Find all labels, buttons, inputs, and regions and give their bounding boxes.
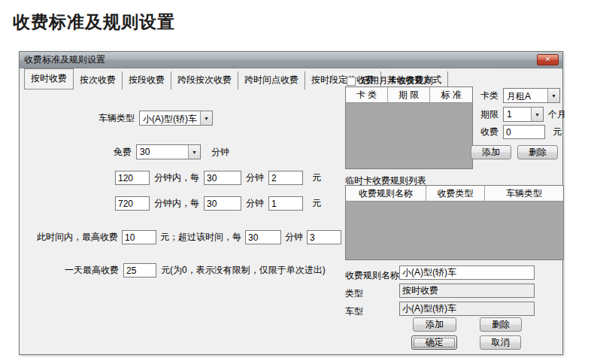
card-type-label: 卡类 [480,89,499,102]
card-type-select[interactable]: 月租A ▼ [503,88,560,103]
monthly-fee-row: 收费 元 [480,125,562,139]
rule-type-field [399,284,535,298]
monthly-fee-unit-label: 元 [553,126,562,138]
temp-rules-table-body[interactable] [346,202,563,259]
card-type-row: 卡类 月租A ▼ [480,88,560,103]
temp-col-rule-name: 收费规则名称 [346,186,426,202]
chevron-down-icon[interactable]: ▼ [531,108,543,121]
period-unit-label: 个月 [548,108,566,121]
cap-middle-label: 元；超过该时间，每 [160,231,241,244]
monthly-fee-label: 收费 [480,126,499,138]
monthly-col-period: 期 限 [388,87,430,103]
enable-monthly-rules-row: 启用月卡收费规则 [347,74,433,87]
daily-max-row: 一天最高收费 元(为0，表示没有限制，仅限于单次进出) [65,263,326,278]
cancel-button[interactable]: 取消 [480,335,521,350]
daily-max-label: 一天最高收费 [65,264,119,277]
rule-name-label: 收费规则名称 [345,269,399,282]
free-minutes-row: 免费 30 ▼ 分钟 [114,144,229,159]
tier1-fee-input[interactable] [268,171,303,185]
period-row: 期限 1 ▼ 个月 [480,107,566,122]
period-label: 期限 [480,108,499,121]
vehicle-type-label: 车辆类型 [98,112,135,125]
cap-max-fee-input[interactable] [122,230,156,244]
monthly-add-button[interactable]: 添加 [471,145,511,159]
temp-col-fee-type: 收费类型 [426,186,485,202]
chevron-down-icon[interactable]: ▼ [547,89,559,102]
monthly-card-table[interactable]: 卡 类 期 限 标 准 [345,86,473,169]
tab-hourly-fee[interactable]: 按时收费 [24,68,74,89]
cap-per-input[interactable] [245,230,281,244]
tier1-row: 分钟内，每 分钟 元 [115,171,321,185]
cap-prefix-label: 此时间内，最高收费 [37,231,118,244]
close-icon[interactable]: ✕ [537,54,559,65]
daily-max-input[interactable] [123,263,156,278]
enable-monthly-label: 启用月卡收费规则 [361,74,433,87]
rule-vehicle-field [399,302,535,316]
enable-monthly-checkbox[interactable] [347,77,356,86]
temp-rules-table-header: 收费规则名称 收费类型 车辆类型 [346,186,563,202]
tier2-row: 分钟内，每 分钟 元 [115,196,321,211]
monthly-col-standard: 标 准 [430,87,472,103]
ok-button[interactable]: 确定 [411,335,457,350]
dialog-titlebar[interactable]: 收费标准及规则设置 ✕ [20,52,562,68]
dialog-body: 按时收费 按次收费 按段收费 跨段按次收费 跨时间点收费 按时段定价收费 其他收… [20,68,562,355]
vehicle-type-select[interactable]: 小(A)型(轿)车 ▼ [139,111,213,126]
temp-delete-button[interactable]: 删除 [480,317,522,332]
daily-max-suffix-label: 元(为0，表示没有限制，仅限于单次进出) [161,264,326,277]
rule-name-input[interactable] [399,265,535,280]
monthly-card-table-body[interactable] [346,103,472,168]
tab-cross-timepoint-fee[interactable]: 跨时间点收费 [238,71,305,89]
tier1-within-label: 分钟内，每 [154,171,199,184]
temp-rules-table[interactable]: 收费规则名称 收费类型 车辆类型 [345,185,564,260]
rule-type-label: 类型 [345,287,363,300]
monthly-delete-button[interactable]: 删除 [517,145,558,159]
chevron-down-icon[interactable]: ▼ [188,145,200,159]
tier1-per-unit-label: 分钟 [246,171,264,184]
temp-col-vehicle-type: 车辆类型 [485,186,563,202]
monthly-col-card-type: 卡 类 [346,87,388,103]
free-unit-label: 分钟 [211,146,229,159]
tier2-within-label: 分钟内，每 [154,197,199,210]
monthly-card-table-header: 卡 类 期 限 标 准 [346,87,472,103]
cap-fee-input[interactable] [307,230,341,244]
cap-per-unit-label: 分钟 [285,231,303,244]
free-label: 免费 [114,146,132,159]
tab-segment-fee[interactable]: 按段收费 [123,71,171,89]
tier1-limit-input[interactable] [115,171,150,185]
tab-per-visit-fee[interactable]: 按次收费 [74,71,123,89]
chevron-down-icon[interactable]: ▼ [200,111,212,125]
rule-vehicle-label: 车型 [345,305,363,318]
tier2-fee-unit-label: 元 [312,197,321,210]
monthly-fee-input[interactable] [503,125,545,139]
tier1-per-input[interactable] [204,171,241,185]
period-select[interactable]: 1 ▼ [503,107,544,122]
tier2-per-unit-label: 分钟 [246,197,264,210]
tier1-fee-unit-label: 元 [312,171,321,184]
tab-cross-segment-fee[interactable]: 跨段按次收费 [171,71,238,89]
dialog-title: 收费标准及规则设置 [24,53,105,66]
page-title: 收费标准及规则设置 [13,11,175,34]
free-minutes-select[interactable]: 30 ▼ [136,144,201,159]
period-cap-row: 此时间内，最高收费 元；超过该时间，每 分钟 元 [37,230,358,244]
tier2-per-input[interactable] [204,196,241,211]
tier2-limit-input[interactable] [115,196,150,211]
vehicle-type-row: 车辆类型 小(A)型(轿)车 ▼ [98,111,213,126]
fee-settings-dialog: 收费标准及规则设置 ✕ 按时收费 按次收费 按段收费 跨段按次收费 跨时间点收费… [19,51,563,355]
tier2-fee-input[interactable] [268,196,303,211]
temp-add-button[interactable]: 添加 [413,317,456,332]
